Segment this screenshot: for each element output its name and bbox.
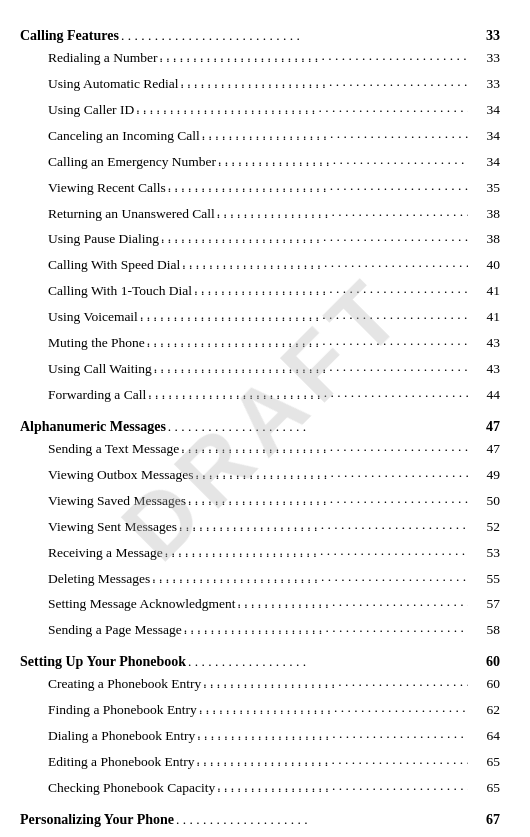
entry-page: 43 xyxy=(470,359,500,385)
heading-page: 33 xyxy=(470,28,500,44)
section-heading-alphanumeric-messages: Alphanumeric Messages . . . . . . . . . … xyxy=(20,419,500,437)
dot-leader: . . . . . . . . . . . . . . . . . . . . xyxy=(197,752,468,774)
toc-entry: Deleting Messages . . . . . . . . . . . … xyxy=(20,569,500,595)
entry-title: Dialing a Phonebook Entry xyxy=(48,726,195,752)
dot-leader: . . . . . . . . . . . . . . . . . . . . … xyxy=(181,832,468,837)
entry-title: Returning an Unanswered Call xyxy=(48,204,215,230)
toc-entry: Using Automatic Redial. . . . . . . . . … xyxy=(20,74,500,100)
toc-entry: Viewing Sent Messages . . . . . . . . . … xyxy=(20,517,500,543)
dot-leader: . . . . . . . . . . . . . . . . . . . . … xyxy=(148,385,468,407)
heading-title: Setting Up Your Phonebook xyxy=(20,654,186,670)
entry-title: Viewing Sent Messages xyxy=(48,517,177,543)
entry-page: 53 xyxy=(470,543,500,569)
entry-title: Forwarding a Call xyxy=(48,385,146,411)
entry-page: 50 xyxy=(470,491,500,517)
dot-leader: . . . . . . . . . . . . . . . . . . . . xyxy=(199,700,468,722)
entry-page: 33 xyxy=(470,74,500,100)
dot-leader: . . . . . . . . . . . . . . . . . . . . … xyxy=(152,569,468,591)
entry-title: Canceling an Incoming Call xyxy=(48,126,200,152)
entry-title: Viewing Saved Messages xyxy=(48,491,186,517)
toc-entry: Using Pause Dialing . . . . . . . . . . … xyxy=(20,229,500,255)
entry-title: Using Pause Dialing xyxy=(48,229,159,255)
section-heading-personalizing-phone: Personalizing Your Phone . . . . . . . .… xyxy=(20,812,500,830)
dot-leader: . . . . . . . . . . . . . . xyxy=(237,594,468,616)
entry-page: 41 xyxy=(470,281,500,307)
entry-page: 38 xyxy=(470,204,500,230)
entry-title: Sending a Text Message xyxy=(48,439,179,465)
toc-entry: Setting Message Acknowledgment. . . . . … xyxy=(20,594,500,620)
toc-entry: Muting the Phone . . . . . . . . . . . .… xyxy=(20,333,500,359)
toc-entry: Forwarding a Call . . . . . . . . . . . … xyxy=(20,385,500,411)
entry-page: 60 xyxy=(470,674,500,700)
entry-page: 55 xyxy=(470,569,500,595)
toc-entry: Using Call Waiting. . . . . . . . . . . … xyxy=(20,359,500,385)
entry-page: 65 xyxy=(470,778,500,804)
entry-page: 33 xyxy=(470,48,500,74)
toc-entry: Returning an Unanswered Call. . . . . . … xyxy=(20,204,500,230)
entry-page: 67 xyxy=(470,832,500,837)
dot-leader: . . . . . . . . . . . . . . . . . . . . xyxy=(194,281,468,303)
dot-leader: . . . . . . . . . . . . . . . . . . . . … xyxy=(165,543,468,565)
heading-page: 60 xyxy=(470,654,500,670)
dot-leader: . . . . . . . . . . . . . . . . . xyxy=(217,204,468,226)
toc-entry: Sending a Page Message. . . . . . . . . … xyxy=(20,620,500,646)
heading-title: Calling Features xyxy=(20,28,119,44)
entry-title: Using Call Waiting xyxy=(48,359,152,385)
entry-page: 38 xyxy=(470,229,500,255)
dot-leader: . . . . . . . . . . . . . . . . . . . . xyxy=(197,726,468,748)
heading-dots: . . . . . . . . . . . . . . . . . . . . … xyxy=(121,28,468,46)
entry-title: Creating a Phonebook Entry xyxy=(48,674,201,700)
dot-leader: . . . . . . . . . . . . . . . . . . . . … xyxy=(161,229,468,251)
heading-page: 47 xyxy=(470,419,500,435)
entry-title: Using Caller ID xyxy=(48,100,134,126)
entry-page: 57 xyxy=(470,594,500,620)
heading-title: Alphanumeric Messages xyxy=(20,419,166,435)
entry-title: Calling With 1-Touch Dial xyxy=(48,281,192,307)
dot-leader: . . . . . . . . . . . . . . . . . . . . … xyxy=(136,100,468,122)
entry-page: 34 xyxy=(470,152,500,178)
dot-leader: . . . . . . . . . . . . . . . . . xyxy=(217,778,468,800)
entry-page: 40 xyxy=(470,255,500,281)
toc-entry: Using Voicemail . . . . . . . . . . . . … xyxy=(20,307,500,333)
toc-entry: Receiving a Message . . . . . . . . . . … xyxy=(20,543,500,569)
entry-page: 47 xyxy=(470,439,500,465)
dot-leader: . . . . . . . . . . . . . . . . . . . . … xyxy=(188,491,468,513)
entry-title: Checking Phonebook Capacity xyxy=(48,778,215,804)
toc-entry: Calling With 1-Touch Dial . . . . . . . … xyxy=(20,281,500,307)
heading-dots: . . . . . . . . . . . . . . . . . . . . xyxy=(176,812,468,830)
entry-title: Receiving a Message xyxy=(48,543,163,569)
toc-entry: Redialing a Number . . . . . . . . . . .… xyxy=(20,48,500,74)
entry-title: Using Automatic Redial xyxy=(48,74,179,100)
entry-title: Editing a Phonebook Entry xyxy=(48,752,195,778)
entry-page: 34 xyxy=(470,100,500,126)
dot-leader: . . . . . . . . . . . . . . . . . . . . xyxy=(195,465,468,487)
entry-page: 34 xyxy=(470,126,500,152)
dot-leader: . . . . . . . . . . . . . . . . . . . . … xyxy=(184,620,468,642)
entry-page: 52 xyxy=(470,517,500,543)
toc-entry: Selecting a Ringer Style . . . . . . . .… xyxy=(20,832,500,837)
entry-title: Calling an Emergency Number xyxy=(48,152,216,178)
dot-leader: . . . . . . . . . . . . . . . . . . . . … xyxy=(179,517,468,539)
toc-entry: Editing a Phonebook Entry . . . . . . . … xyxy=(20,752,500,778)
heading-page: 67 xyxy=(470,812,500,828)
dot-leader: . . . . . . . . . . . . . . . . . . . . xyxy=(203,674,468,696)
toc-entry: Calling an Emergency Number. . . . . . .… xyxy=(20,152,500,178)
toc-entry: Viewing Outbox Messages . . . . . . . . … xyxy=(20,465,500,491)
entry-title: Calling With Speed Dial xyxy=(48,255,180,281)
page-content: Calling Features . . . . . . . . . . . .… xyxy=(20,28,500,837)
entry-page: 58 xyxy=(470,620,500,646)
dot-leader: . . . . . . . . . . . . . . . . . . . . … xyxy=(168,178,468,200)
entry-page: 62 xyxy=(470,700,500,726)
entry-page: 64 xyxy=(470,726,500,752)
dot-leader: . . . . . . . . . . . . . . . . . . . . … xyxy=(181,439,468,461)
toc-entry: Viewing Saved Messages. . . . . . . . . … xyxy=(20,491,500,517)
entry-page: 43 xyxy=(470,333,500,359)
heading-dots: . . . . . . . . . . . . . . . . . . xyxy=(188,654,468,672)
entry-title: Sending a Page Message xyxy=(48,620,182,646)
toc-entry: Creating a Phonebook Entry. . . . . . . … xyxy=(20,674,500,700)
toc-entry: Using Caller ID . . . . . . . . . . . . … xyxy=(20,100,500,126)
dot-leader: . . . . . . . . . . . . . . . . . . . . … xyxy=(147,333,468,355)
toc-entry: Calling With Speed Dial . . . . . . . . … xyxy=(20,255,500,281)
entry-title: Viewing Outbox Messages xyxy=(48,465,193,491)
entry-title: Selecting a Ringer Style xyxy=(48,832,179,837)
